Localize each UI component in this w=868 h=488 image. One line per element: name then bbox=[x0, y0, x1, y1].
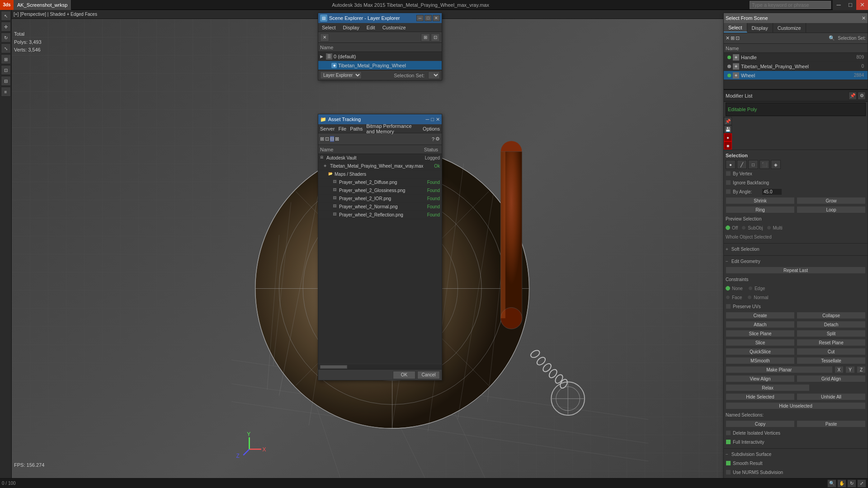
layer-explorer-minimize[interactable]: ─ bbox=[416, 15, 424, 21]
face-constraint-radio[interactable] bbox=[726, 295, 730, 300]
zoom-btn[interactable]: 🔍 bbox=[827, 479, 836, 488]
smooth-result-checkbox[interactable] bbox=[726, 460, 731, 466]
off-radio[interactable] bbox=[726, 225, 730, 230]
maximize-button[interactable]: □ bbox=[844, 0, 856, 10]
tool-misc1[interactable]: ⊞ bbox=[1, 54, 11, 64]
cut-button[interactable]: Cut bbox=[797, 348, 866, 355]
subobj-radio[interactable] bbox=[741, 225, 746, 230]
layer-menu-display[interactable]: Display bbox=[341, 25, 361, 30]
at-row-glossiness[interactable]: 🖼 Prayer_wheel_2_Glossiness.png Found bbox=[318, 187, 442, 195]
grid-align-button[interactable]: Grid Align bbox=[797, 375, 866, 382]
edge-mode-btn[interactable]: ╱ bbox=[737, 160, 747, 169]
sfp-toolbar-btn2[interactable]: ⊞ bbox=[731, 35, 735, 41]
sfp-toolbar-btn1[interactable]: ✕ bbox=[726, 35, 730, 41]
at-menu-file[interactable]: File bbox=[338, 126, 346, 131]
layer-menu-customize[interactable]: Customize bbox=[381, 25, 408, 30]
y-axis-button[interactable]: Y bbox=[845, 366, 855, 373]
unhide-all-button[interactable]: Unhide All bbox=[797, 393, 866, 400]
maximize-vp-btn[interactable]: ⤢ bbox=[857, 479, 866, 488]
detach-button[interactable]: Detach bbox=[797, 321, 866, 328]
sfp-close[interactable]: ✕ bbox=[862, 15, 866, 21]
close-button[interactable]: ✕ bbox=[856, 0, 868, 10]
slice-plane-button[interactable]: Slice Plane bbox=[726, 330, 795, 337]
at-menu-bitmap[interactable]: Bitmap Performance and Memory bbox=[366, 123, 419, 134]
sfp-tab-customize[interactable]: Customize bbox=[773, 23, 806, 33]
mod-btn-settings[interactable]: ⚙ bbox=[858, 92, 866, 100]
msmooth-button[interactable]: MSmooth bbox=[726, 357, 795, 364]
full-interactivity-checkbox[interactable] bbox=[726, 439, 731, 445]
layer-toolbar-btn3[interactable]: ⊡ bbox=[431, 33, 440, 42]
layer-menu-edit[interactable]: Edit bbox=[365, 25, 377, 30]
sfp-toolbar-btn4[interactable]: 🔍 bbox=[829, 35, 835, 41]
vert-mode-btn[interactable]: ● bbox=[726, 160, 736, 169]
soft-sel-expand[interactable]: + bbox=[726, 247, 728, 252]
at-menu-paths[interactable]: Paths bbox=[350, 126, 363, 131]
ring-button[interactable]: Ring bbox=[726, 206, 795, 213]
subdivision-expand[interactable]: − bbox=[726, 452, 728, 457]
minimize-button[interactable]: ─ bbox=[833, 0, 844, 10]
layer-explorer-close[interactable]: ✕ bbox=[433, 15, 440, 21]
sfp-tab-display[interactable]: Display bbox=[747, 23, 773, 33]
normal-constraint-radio[interactable] bbox=[747, 295, 752, 300]
active-tab[interactable]: AK_Screenshot_wrksp bbox=[14, 0, 71, 10]
tool-scale[interactable]: ⤡ bbox=[1, 43, 11, 53]
layer-explorer-titlebar[interactable]: ▤ Scene Explorer - Layer Explorer ─ □ ✕ bbox=[318, 13, 442, 23]
make-planar-button[interactable]: Make Planar bbox=[726, 366, 833, 373]
slice-button[interactable]: Slice bbox=[726, 339, 795, 346]
sfp-tab-select[interactable]: Select bbox=[724, 23, 747, 33]
sfp-item-handle[interactable]: ◈ Handle 809 bbox=[724, 53, 868, 62]
none-constraint-radio[interactable] bbox=[726, 286, 730, 291]
layer-menu-select[interactable]: Select bbox=[320, 25, 338, 30]
at-settings-btn[interactable]: ⚙ bbox=[435, 136, 440, 142]
at-restore[interactable]: □ bbox=[431, 117, 434, 122]
at-close[interactable]: ✕ bbox=[436, 117, 440, 122]
at-row-max-file[interactable]: ◈ Tibetan_Metal_Praying_Wheel_max_vray.m… bbox=[318, 162, 442, 170]
at-row-reflection[interactable]: 🖼 Prayer_wheel_2_Reflection.png Found bbox=[318, 211, 442, 219]
tool-rotate[interactable]: ↻ bbox=[1, 33, 11, 42]
at-help-btn[interactable]: ? bbox=[432, 136, 434, 142]
layer-row-default[interactable]: ▶ ☰ 0 (default) bbox=[318, 52, 442, 61]
grow-button[interactable]: Grow bbox=[797, 197, 866, 204]
mod-delete-btn[interactable]: ● bbox=[724, 133, 732, 141]
collapse-button[interactable]: Collapse bbox=[797, 312, 866, 319]
pan-btn[interactable]: ✋ bbox=[837, 479, 846, 488]
by-angle-checkbox[interactable] bbox=[726, 189, 731, 194]
mod-pin-btn[interactable]: 📌 bbox=[724, 117, 732, 125]
at-menu-options[interactable]: Options bbox=[423, 126, 440, 131]
layer-row-tibetan[interactable]: ◆ Tibetan_Metal_Praying_Wheel bbox=[318, 61, 442, 70]
paste-button[interactable]: Paste bbox=[797, 420, 866, 427]
layer-toolbar-btn2[interactable]: ⊞ bbox=[421, 33, 430, 42]
reset-plane-button[interactable]: Reset Plane bbox=[797, 339, 866, 346]
expand-icon[interactable]: ▶ bbox=[320, 54, 325, 59]
tessellate-button[interactable]: Tessellate bbox=[797, 357, 866, 364]
preserve-uvs-checkbox[interactable] bbox=[726, 304, 731, 309]
create-button[interactable]: Create bbox=[726, 312, 795, 319]
at-menu-server[interactable]: Server bbox=[320, 126, 335, 131]
use-nurms-checkbox[interactable] bbox=[726, 469, 731, 475]
view-align-button[interactable]: View Align bbox=[726, 375, 795, 382]
x-axis-button[interactable]: X bbox=[835, 366, 844, 373]
poly-mode-btn[interactable]: ⬛ bbox=[760, 160, 769, 169]
at-row-diffuse[interactable]: 🖼 Prayer_wheel_2_Diffuse.png Found bbox=[318, 178, 442, 187]
at-ok-button[interactable]: OK bbox=[393, 371, 415, 379]
by-angle-input[interactable] bbox=[762, 188, 782, 195]
tool-select[interactable]: ↖ bbox=[1, 11, 11, 21]
repeat-last-button[interactable]: Repeat Last bbox=[726, 267, 866, 274]
at-cancel-button[interactable]: Cancel bbox=[417, 371, 440, 379]
element-mode-btn[interactable]: ◈ bbox=[771, 160, 781, 169]
at-minimize[interactable]: ─ bbox=[426, 117, 429, 122]
hide-selected-button[interactable]: Hide Selected bbox=[726, 393, 795, 400]
orbit-btn[interactable]: ↻ bbox=[847, 479, 856, 488]
layer-toolbar-btn1[interactable]: ✕ bbox=[320, 33, 329, 42]
at-row-ior[interactable]: 🖼 Prayer_wheel_2_IOR.png Found bbox=[318, 195, 442, 203]
mod-btn-pin[interactable]: 📌 bbox=[849, 92, 857, 100]
quickslice-button[interactable]: QuickSlice bbox=[726, 348, 795, 355]
copy-button[interactable]: Copy bbox=[726, 420, 795, 427]
z-axis-button[interactable]: Z bbox=[857, 366, 866, 373]
attach-button[interactable]: Attach bbox=[726, 321, 795, 328]
edge-constraint-radio[interactable] bbox=[748, 286, 753, 291]
tool-misc2[interactable]: ⊡ bbox=[1, 65, 11, 75]
at-scrollbar-thumb[interactable] bbox=[320, 365, 347, 369]
modifier-list-box[interactable]: Editable Poly bbox=[726, 103, 866, 116]
ignore-backfacing-checkbox[interactable] bbox=[726, 180, 731, 185]
